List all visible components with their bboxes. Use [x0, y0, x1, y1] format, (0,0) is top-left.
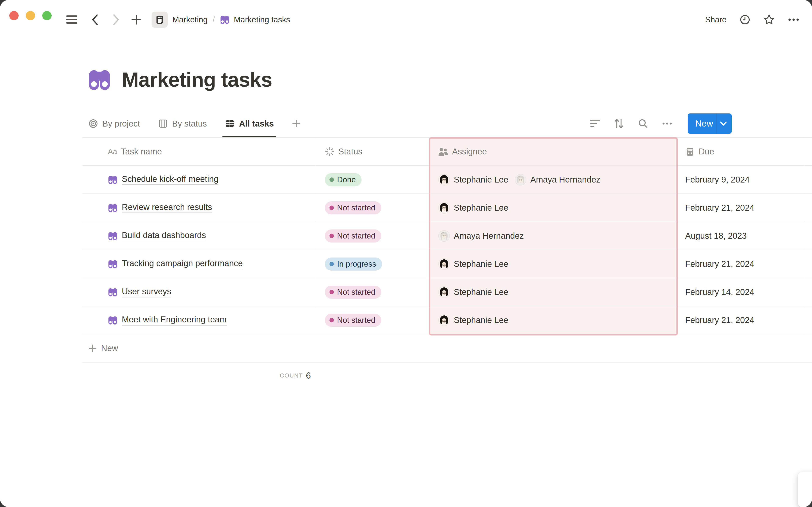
view-tabs: By project By status All tasks: [85, 110, 301, 137]
assignee-cell[interactable]: Stephanie Lee: [430, 250, 677, 278]
new-button[interactable]: New: [688, 113, 732, 134]
column-header-status[interactable]: Status: [316, 138, 430, 165]
assignee-chip[interactable]: Amaya Hernandez: [515, 174, 600, 186]
tab-by-status[interactable]: By status: [155, 110, 210, 137]
task-link[interactable]: Schedule kick-off meeting: [122, 174, 218, 185]
binoculars-icon: [108, 316, 117, 325]
target-icon: [88, 119, 98, 128]
assignee-cell[interactable]: Stephanie Lee: [430, 278, 677, 306]
new-row-button[interactable]: New: [83, 334, 812, 362]
status-cell[interactable]: In progress: [316, 250, 430, 278]
assignee-name: Stephanie Lee: [454, 259, 508, 269]
table-header-row: Aa Task name Status Assignee Due: [83, 138, 812, 166]
row-filler: [805, 278, 812, 306]
share-button[interactable]: Share: [705, 15, 726, 24]
avatar: [438, 174, 450, 186]
count-calculation[interactable]: COUNT 6: [83, 362, 316, 389]
search-icon[interactable]: [638, 118, 648, 129]
due-date: August 18, 2023: [685, 231, 747, 241]
task-link[interactable]: Review research results: [122, 203, 212, 213]
tab-all-tasks[interactable]: All tasks: [221, 110, 277, 137]
task-link[interactable]: Tracking campaign performance: [122, 259, 243, 269]
minimize-window-button[interactable]: [26, 11, 35, 20]
status-pill: Not started: [325, 314, 381, 327]
table-row: Schedule kick-off meeting Done Stephanie…: [83, 166, 812, 194]
new-page-plus-icon[interactable]: [131, 14, 142, 25]
column-header-assignee[interactable]: Assignee: [430, 138, 677, 165]
task-cell[interactable]: Tracking campaign performance: [83, 250, 316, 278]
assignee-cell[interactable]: Amaya Hernandez: [430, 222, 677, 250]
binoculars-icon: [108, 287, 117, 297]
task-cell[interactable]: Build data dashboards: [83, 222, 316, 250]
status-label: In progress: [337, 260, 376, 269]
text-type-icon: Aa: [108, 147, 117, 156]
status-spinner-icon: [325, 147, 335, 157]
clock-icon[interactable]: [740, 14, 750, 25]
add-view-icon[interactable]: [292, 119, 301, 128]
due-cell[interactable]: February 14, 2024: [677, 278, 805, 306]
back-icon[interactable]: [90, 14, 100, 25]
filter-icon[interactable]: [590, 119, 600, 128]
task-link[interactable]: Meet with Engineering team: [122, 315, 227, 326]
help-floating-button[interactable]: [798, 471, 812, 507]
task-cell[interactable]: Review research results: [83, 194, 316, 222]
status-cell[interactable]: Not started: [316, 306, 430, 334]
star-icon[interactable]: [763, 14, 775, 25]
row-filler: [805, 222, 812, 250]
status-cell[interactable]: Done: [316, 166, 430, 193]
assignee-chip[interactable]: Stephanie Lee: [438, 174, 508, 186]
task-link[interactable]: Build data dashboards: [122, 230, 206, 241]
tab-by-project[interactable]: By project: [85, 110, 143, 137]
row-filler: [805, 166, 812, 193]
task-cell[interactable]: Schedule kick-off meeting: [83, 166, 316, 193]
breadcrumb-root-item[interactable]: [152, 12, 168, 28]
status-cell[interactable]: Not started: [316, 278, 430, 306]
column-header-due[interactable]: Due: [677, 138, 805, 165]
task-cell[interactable]: Meet with Engineering team: [83, 306, 316, 334]
chevron-down-icon[interactable]: [716, 113, 732, 134]
due-cell[interactable]: February 21, 2024: [677, 306, 805, 334]
assignee-cell[interactable]: Stephanie Lee: [430, 194, 677, 222]
assignee-cell[interactable]: Stephanie Lee Amaya Hernandez: [430, 166, 677, 193]
assignee-chip[interactable]: Stephanie Lee: [438, 286, 508, 298]
due-cell[interactable]: February 9, 2024: [677, 166, 805, 193]
due-cell[interactable]: February 21, 2024: [677, 194, 805, 222]
row-filler: [805, 194, 812, 222]
page-title: Marketing tasks: [122, 68, 272, 91]
column-label: Task name: [121, 147, 162, 156]
task-cell[interactable]: User surveys: [83, 278, 316, 306]
task-link[interactable]: User surveys: [122, 287, 171, 297]
journal-icon: [155, 14, 165, 25]
sidebar-menu-icon[interactable]: [66, 15, 77, 24]
assignee-chip[interactable]: Stephanie Lee: [438, 202, 508, 214]
zoom-window-button[interactable]: [42, 11, 52, 20]
close-window-button[interactable]: [9, 11, 18, 20]
column-header-task-name[interactable]: Aa Task name: [83, 138, 316, 165]
sort-icon[interactable]: [614, 118, 624, 129]
page-binoculars-icon: [88, 68, 111, 92]
due-cell[interactable]: August 18, 2023: [677, 222, 805, 250]
binoculars-icon: [108, 231, 117, 241]
assignee-name: Stephanie Lee: [454, 287, 508, 297]
status-dot-icon: [329, 262, 334, 266]
due-cell[interactable]: February 21, 2024: [677, 250, 805, 278]
table-row: Tracking campaign performance In progres…: [83, 250, 812, 278]
more-icon[interactable]: [788, 17, 799, 22]
status-dot-icon: [329, 206, 334, 210]
assignee-chip[interactable]: Stephanie Lee: [438, 258, 508, 270]
status-label: Not started: [337, 204, 375, 212]
calendar-icon: [685, 147, 695, 157]
assignee-cell[interactable]: Stephanie Lee: [430, 306, 677, 334]
breadcrumb-root-label[interactable]: Marketing: [172, 15, 208, 24]
breadcrumb-page-label[interactable]: Marketing tasks: [234, 15, 290, 24]
status-cell[interactable]: Not started: [316, 222, 430, 250]
status-cell[interactable]: Not started: [316, 194, 430, 222]
count-label: COUNT: [280, 372, 303, 379]
view-more-icon[interactable]: [662, 122, 672, 125]
forward-icon[interactable]: [111, 14, 121, 25]
assignee-chip[interactable]: Stephanie Lee: [438, 314, 508, 326]
due-date: February 21, 2024: [685, 316, 754, 325]
tab-label: By status: [172, 119, 207, 128]
assignee-chip[interactable]: Amaya Hernandez: [438, 230, 524, 242]
count-value: 6: [306, 371, 311, 381]
